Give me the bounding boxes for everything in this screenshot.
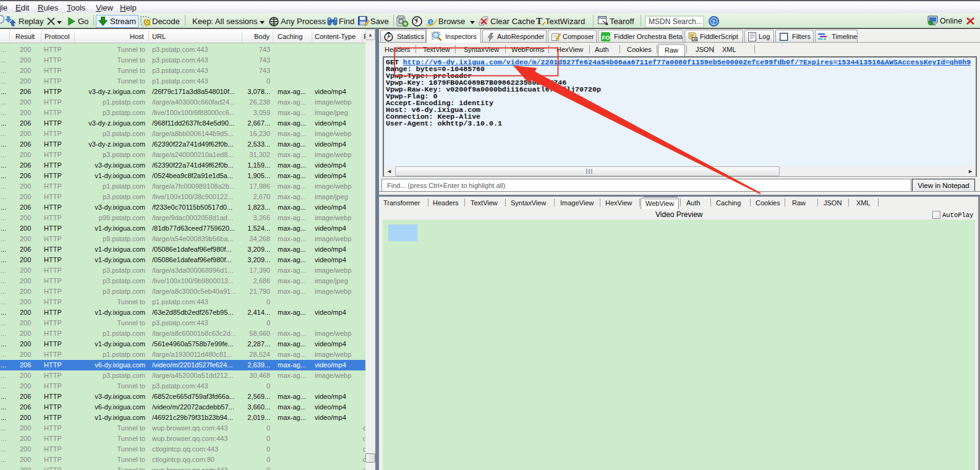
svg-text:FO: FO [602, 34, 610, 41]
svg-text:T: T [536, 16, 542, 26]
svg-text:?: ? [712, 18, 715, 25]
svg-text:JS: JS [692, 38, 697, 41]
